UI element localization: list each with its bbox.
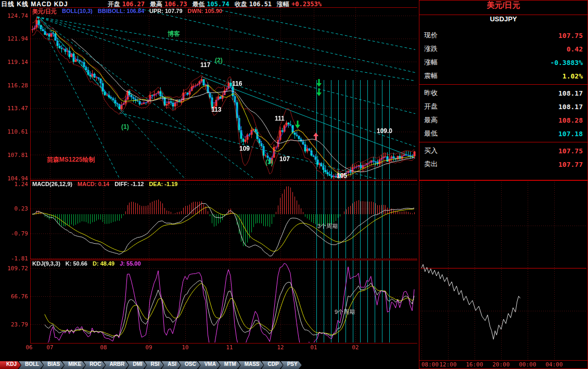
quote-row-value: 108.17 — [558, 103, 583, 111]
quote-rows: 现价107.75涨跌0.42涨幅-0.3883%震幅1.02%昨收108.17开… — [419, 28, 587, 171]
quote-title: 美元/日元 — [419, 1, 587, 15]
time-label: 08:00 — [421, 361, 439, 368]
quote-row-value: 107.75 — [558, 32, 583, 39]
quote-row-label: 买入 — [424, 146, 438, 155]
topbar: 日线 K线 MACD KDJ开盘106.27最高106.73最低105.74收盘… — [0, 0, 418, 7]
quote-symbol: USDJPY — [419, 15, 587, 28]
quote-row-value: 108.17 — [558, 89, 583, 97]
quote-row: 涨幅-0.3883% — [419, 56, 587, 69]
quote-row: 昨收108.17 — [419, 86, 587, 100]
chart-mode-title: 日线 K线 MACD KDJ — [1, 1, 68, 8]
intraday-timebar: 08:0012:0016:0020:0000:0004:00 — [419, 361, 587, 368]
tab-psy[interactable]: PSY — [281, 361, 302, 369]
quote-row-value: 107.77 — [558, 161, 583, 168]
ohlc-field-value: 106.73 — [164, 1, 187, 8]
tab-arbr[interactable]: ARBR — [103, 361, 129, 369]
tab-dmi[interactable]: DMI — [126, 361, 146, 369]
ohlc-field-value: 106.27 — [122, 1, 145, 8]
ohlc-field-label: 开盘 — [108, 1, 120, 8]
tab-mike[interactable]: MIKE — [62, 361, 85, 369]
quote-row: 震幅1.02% — [419, 69, 587, 83]
quote-row-label: 最低 — [424, 129, 438, 138]
chart-area: 日线 K线 MACD KDJ开盘106.27最高106.73最低105.74收盘… — [0, 0, 418, 369]
quote-row-label: 涨跌 — [424, 44, 438, 54]
quote-row: 卖出107.77 — [419, 157, 587, 171]
tab-rsi[interactable]: RSI — [145, 361, 164, 369]
ohlc-field-value: 105.74 — [207, 1, 229, 8]
intraday-canvas[interactable] — [419, 181, 587, 368]
quote-row-label: 涨幅 — [424, 58, 438, 67]
time-label: 00:00 — [519, 361, 536, 368]
ohlc-field-label: 收盘 — [235, 1, 247, 8]
quote-separator — [419, 84, 587, 85]
intraday-panel: 08:0012:0016:0020:0000:0004:00 — [419, 180, 588, 369]
quote-row: 涨跌0.42 — [419, 42, 587, 56]
quote-row-value: 107.75 — [558, 147, 583, 155]
tab-cdp[interactable]: CDP — [262, 361, 283, 369]
quote-row: 最低107.18 — [419, 127, 587, 140]
main-chart-canvas[interactable] — [0, 7, 417, 361]
quote-row-value: 0.42 — [567, 45, 583, 53]
quote-row-label: 最高 — [424, 115, 438, 125]
quote-row-label: 现价 — [424, 31, 438, 40]
right-panel: 美元/日元 USDJPY 现价107.75涨跌0.42涨幅-0.3883%震幅1… — [419, 0, 588, 369]
quote-row-label: 开盘 — [424, 102, 438, 111]
tab-osc[interactable]: OSC — [178, 361, 200, 369]
quote-row-value: 107.18 — [558, 130, 583, 138]
tab-mass[interactable]: MASS — [238, 361, 264, 369]
time-label: 04:00 — [545, 361, 563, 368]
tab-roc[interactable]: ROC — [83, 361, 105, 369]
indicator-tabbar: KDJBOLLBIASMIKEROCARBRDMIRSIASIOSCVMAMTM… — [0, 361, 418, 369]
time-label: 20:00 — [492, 361, 509, 368]
quote-row-label: 震幅 — [424, 71, 438, 81]
ohlc-field-label: 最高 — [150, 1, 162, 8]
tab-boll[interactable]: BOLL — [19, 361, 43, 369]
ohlc-readout: 开盘106.27最高106.73最低105.74收盘106.51涨幅+0.235… — [103, 1, 322, 8]
quote-row-label: 卖出 — [424, 160, 438, 169]
quote-row: 最高108.28 — [419, 113, 587, 127]
quote-row-value: 108.28 — [558, 116, 583, 124]
ohlc-field-value: 106.51 — [249, 1, 272, 8]
trading-app: 日线 K线 MACD KDJ开盘106.27最高106.73最低105.74收盘… — [0, 0, 588, 369]
ohlc-field-label: 最低 — [192, 1, 204, 8]
quote-row: 开盘108.17 — [419, 100, 587, 113]
time-label: 16:00 — [466, 361, 483, 368]
quote-row: 买入107.75 — [419, 144, 587, 157]
tab-bias[interactable]: BIAS — [41, 361, 64, 369]
quote-row-label: 昨收 — [424, 88, 438, 98]
time-label: 12:00 — [439, 361, 456, 368]
quote-row: 现价107.75 — [419, 29, 587, 42]
ohlc-field-label: 涨幅 — [277, 1, 289, 8]
tab-mtm[interactable]: MTM — [218, 361, 240, 369]
quote-separator — [419, 142, 587, 142]
tab-kdj[interactable]: KDJ — [0, 361, 21, 369]
quote-row-value: -0.3883% — [550, 59, 583, 67]
ohlc-field-value: +0.2353% — [291, 1, 322, 8]
tab-asi[interactable]: ASI — [161, 361, 181, 369]
quote-panel: 美元/日元 USDJPY 现价107.75涨跌0.42涨幅-0.3883%震幅1… — [419, 0, 588, 180]
tab-vma[interactable]: VMA — [198, 361, 220, 369]
quote-row-value: 1.02% — [563, 72, 583, 80]
